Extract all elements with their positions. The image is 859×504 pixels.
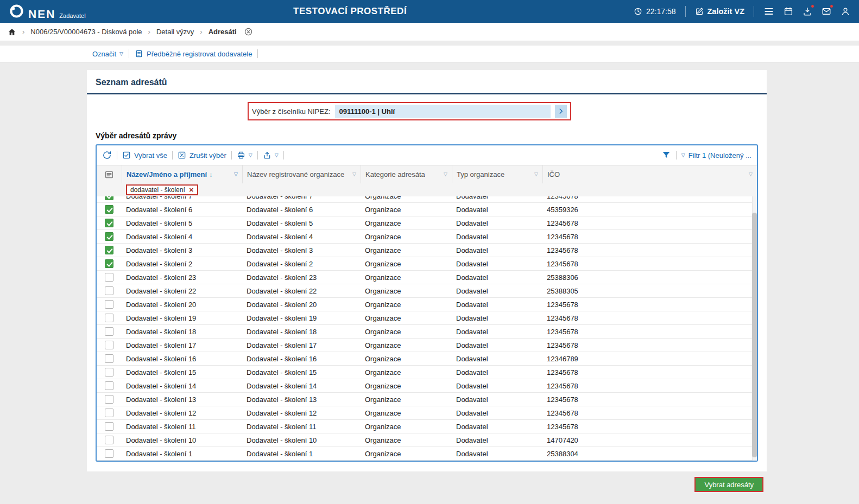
row-select-cell[interactable] — [97, 230, 122, 243]
row-checkbox[interactable] — [105, 219, 113, 227]
row-select-cell[interactable] — [97, 271, 122, 284]
row-select-cell[interactable] — [97, 196, 122, 202]
column-header-type[interactable]: Typ organizace ▽ — [452, 165, 542, 183]
table-row[interactable]: Dodavatel - školení 12Dodavatel - školen… — [97, 406, 757, 420]
nen-home-logo[interactable]: NEN Zadavatel — [9, 3, 86, 20]
preregister-suppliers-button[interactable]: Předběžně registrovat dodavatele — [135, 49, 252, 58]
mark-menu-button[interactable]: Označit ▽ — [92, 50, 123, 58]
clear-selection-label: Zrušit výběr — [190, 151, 226, 160]
row-select-cell[interactable] — [97, 298, 122, 311]
user-profile-icon[interactable] — [841, 7, 850, 16]
breadcrumb-item[interactable]: Adresáti — [209, 28, 237, 36]
row-select-cell[interactable] — [97, 447, 122, 460]
table-row[interactable]: Dodavatel - školení 5Dodavatel - školení… — [97, 216, 757, 230]
column-filter-icon[interactable]: ▽ — [746, 172, 753, 177]
table-row[interactable]: Dodavatel - školení 19Dodavatel - školen… — [97, 311, 757, 325]
row-select-cell[interactable] — [97, 352, 122, 365]
refresh-icon[interactable] — [102, 150, 112, 160]
table-row[interactable]: Dodavatel - školení 7Dodavatel - školení… — [97, 196, 757, 203]
row-checkbox[interactable] — [105, 232, 113, 241]
print-menu-button[interactable]: ▽ — [237, 151, 252, 160]
filter-chip-remove-icon[interactable]: ✕ — [189, 187, 194, 194]
row-checkbox[interactable] — [105, 205, 113, 214]
column-header-ico[interactable]: IČO ▽ — [542, 165, 757, 183]
row-select-cell[interactable] — [97, 433, 122, 446]
row-checkbox[interactable] — [105, 409, 113, 417]
table-row[interactable]: Dodavatel - školení 17Dodavatel - školen… — [97, 339, 757, 352]
row-select-cell[interactable] — [97, 203, 122, 216]
select-all-button[interactable]: Vybrat vše — [122, 151, 167, 160]
table-row[interactable]: Dodavatel - školení 14Dodavatel - školen… — [97, 379, 757, 393]
table-row[interactable]: Dodavatel - školení 13Dodavatel - školen… — [97, 393, 757, 406]
row-checkbox[interactable] — [105, 327, 113, 336]
column-header-category[interactable]: Kategorie adresáta ▽ — [361, 165, 452, 183]
home-icon[interactable] — [8, 28, 16, 36]
breadcrumb-item[interactable]: N006/25/V00004673 - Disková pole — [30, 28, 142, 36]
table-row[interactable]: Dodavatel - školení 16Dodavatel - školen… — [97, 352, 757, 366]
row-select-cell[interactable] — [97, 216, 122, 229]
messages-button[interactable] — [822, 7, 831, 16]
table-row[interactable]: Dodavatel - školení 2Dodavatel - školení… — [97, 257, 757, 271]
row-checkbox[interactable] — [105, 354, 113, 363]
column-filter-icon[interactable]: ▽ — [231, 172, 238, 177]
nipez-open-button[interactable] — [555, 105, 567, 118]
downloads-button[interactable] — [803, 7, 812, 16]
filter-chip[interactable]: dodavatel - školení ✕ — [126, 184, 198, 195]
row-select-cell[interactable] — [97, 244, 122, 257]
table-row[interactable]: Dodavatel - školení 6Dodavatel - školení… — [97, 203, 757, 216]
select-addressees-button[interactable]: Vybrat adresáty — [694, 477, 763, 492]
row-select-cell[interactable] — [97, 406, 122, 419]
table-row[interactable]: Dodavatel - školení 4Dodavatel - školení… — [97, 230, 757, 244]
row-checkbox[interactable] — [105, 196, 113, 200]
row-select-cell[interactable] — [97, 284, 122, 297]
calendar-icon[interactable] — [784, 7, 793, 16]
filter-funnel-icon[interactable] — [661, 150, 671, 160]
column-filter-icon[interactable]: ▽ — [531, 172, 538, 177]
table-row[interactable]: Dodavatel - školení 22Dodavatel - školen… — [97, 284, 757, 298]
row-checkbox[interactable] — [105, 341, 113, 349]
row-checkbox[interactable] — [105, 449, 113, 458]
close-breadcrumb-icon[interactable] — [244, 27, 253, 36]
row-checkbox[interactable] — [105, 314, 113, 322]
row-checkbox[interactable] — [105, 273, 113, 282]
create-vz-button[interactable]: Založit VZ — [695, 7, 744, 16]
row-checkbox[interactable] — [105, 300, 113, 309]
row-select-cell[interactable] — [97, 339, 122, 352]
active-filter-button[interactable]: ▽ Filtr 1 (Neuložený ... — [681, 151, 751, 160]
column-filter-icon[interactable]: ▽ — [349, 172, 356, 177]
table-row[interactable]: Dodavatel - školení 3Dodavatel - školení… — [97, 244, 757, 257]
nipez-value-field[interactable]: 09111100-1 | Uhlí — [335, 105, 551, 118]
row-select-cell[interactable] — [97, 325, 122, 338]
scrollbar-thumb[interactable] — [752, 213, 757, 457]
breadcrumb-item[interactable]: Detail výzvy — [156, 28, 194, 36]
row-select-cell[interactable] — [97, 366, 122, 379]
row-checkbox[interactable] — [105, 381, 113, 390]
column-header-name[interactable]: Název/Jméno a příjmení ↓ ▽ — [122, 165, 242, 183]
column-filter-icon[interactable]: ▽ — [440, 172, 447, 177]
table-row[interactable]: Dodavatel - školení 1Dodavatel - školení… — [97, 447, 757, 461]
row-checkbox[interactable] — [105, 368, 113, 377]
export-menu-button[interactable]: ▽ — [263, 151, 279, 160]
row-select-cell[interactable] — [97, 420, 122, 433]
table-row[interactable]: Dodavatel - školení 10Dodavatel - školen… — [97, 433, 757, 447]
table-row[interactable]: Dodavatel - školení 20Dodavatel - školen… — [97, 298, 757, 311]
row-checkbox[interactable] — [105, 246, 113, 254]
row-select-cell[interactable] — [97, 393, 122, 406]
menu-hamburger-icon[interactable] — [763, 6, 774, 17]
row-checkbox[interactable] — [105, 286, 113, 295]
clear-selection-button[interactable]: Zrušit výběr — [178, 151, 226, 160]
table-row[interactable]: Dodavatel - školení 11Dodavatel - školen… — [97, 420, 757, 433]
row-checkbox[interactable] — [105, 422, 113, 431]
row-checkbox[interactable] — [105, 436, 113, 444]
table-row[interactable]: Dodavatel - školení 23Dodavatel - školen… — [97, 271, 757, 284]
row-select-cell[interactable] — [97, 379, 122, 392]
table-row[interactable]: Dodavatel - školení 15Dodavatel - školen… — [97, 366, 757, 379]
vertical-scrollbar[interactable] — [752, 196, 757, 461]
row-select-cell[interactable] — [97, 311, 122, 324]
select-column-header[interactable] — [97, 165, 122, 183]
row-checkbox[interactable] — [105, 259, 113, 268]
column-header-organization[interactable]: Název registrované organizace ▽ — [242, 165, 361, 183]
row-select-cell[interactable] — [97, 257, 122, 270]
row-checkbox[interactable] — [105, 395, 113, 404]
table-row[interactable]: Dodavatel - školení 18Dodavatel - školen… — [97, 325, 757, 339]
